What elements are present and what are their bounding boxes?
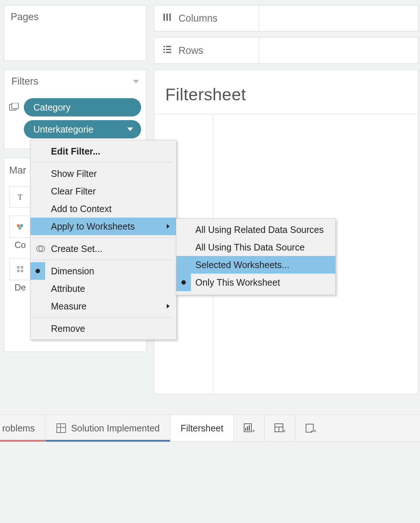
menu-item-label: All Using Related Data Sources — [195, 225, 324, 235]
svg-rect-11 — [166, 14, 168, 21]
menu-separator — [34, 260, 173, 260]
marks-detail-button[interactable]: De — [9, 258, 31, 293]
rows-icon — [162, 45, 172, 57]
menu-item-label: Add to Context — [51, 204, 111, 214]
menu-item-label: Dimension — [51, 266, 94, 277]
filter-pill-label: Unterkategorie — [33, 124, 93, 135]
svg-point-13 — [163, 45, 165, 47]
apply-to-worksheets-submenu: All Using Related Data Sources All Using… — [176, 218, 336, 295]
menu-item-label: Measure — [51, 301, 86, 312]
svg-rect-14 — [166, 46, 171, 47]
filters-card-menu-icon[interactable] — [133, 80, 139, 84]
set-icon — [36, 244, 46, 254]
color-swatch-icon — [9, 216, 31, 238]
filter-pill-category[interactable]: Category — [24, 98, 141, 116]
filters-header: Filters — [9, 76, 141, 87]
pages-card: Pages — [4, 5, 147, 61]
svg-point-7 — [21, 267, 23, 268]
new-dashboard-button[interactable]: + — [265, 415, 295, 441]
menu-item-attribute[interactable]: Attribute — [30, 280, 176, 297]
tab-underline — [45, 440, 170, 442]
datasource-icon — [9, 103, 19, 112]
menu-item-label: Remove — [51, 323, 85, 334]
columns-shelf[interactable]: Columns — [154, 5, 419, 31]
filter-row-unterkategorie: Unterkategorie — [9, 120, 141, 138]
tab-label: Filtersheet — [181, 423, 224, 434]
submenu-item-only-this-worksheet[interactable]: Only This Worksheet — [176, 274, 335, 291]
menu-item-label: Apply to Worksheets — [51, 221, 135, 232]
svg-point-2 — [17, 224, 20, 227]
menu-separator — [34, 317, 173, 318]
tab-label: Solution Implemented — [71, 423, 160, 434]
radio-col — [176, 238, 191, 256]
tab-label: roblems — [2, 423, 35, 434]
tab-underline — [0, 440, 45, 442]
worksheet-title[interactable]: Filtersheet — [165, 85, 407, 104]
menu-separator — [34, 237, 173, 238]
svg-point-4 — [18, 227, 21, 230]
radio-selected-highlight — [176, 274, 191, 291]
tab-solution-implemented[interactable]: Solution Implemented — [45, 415, 170, 441]
pages-label: Pages — [11, 11, 39, 22]
mark-type-selector[interactable]: T — [9, 186, 31, 208]
sheet-tab-bar: roblems Solution Implemented Filtersheet… — [0, 415, 420, 442]
marks-color-button[interactable]: Co — [9, 216, 31, 250]
marks-detail-label: De — [15, 282, 26, 293]
svg-rect-25 — [245, 428, 246, 431]
chevron-down-icon — [127, 127, 133, 131]
menu-item-dimension[interactable]: Dimension — [30, 262, 176, 280]
menu-item-clear-filter[interactable]: Clear Filter — [30, 182, 176, 200]
menu-item-label: Show Filter — [51, 168, 97, 179]
rows-shelf[interactable]: Rows — [154, 37, 419, 64]
menu-item-show-filter[interactable]: Show Filter — [30, 165, 176, 182]
menu-item-edit-filter[interactable]: Edit Filter... — [30, 142, 176, 160]
menu-item-label: Attribute — [51, 283, 85, 294]
menu-item-label: Only This Worksheet — [195, 277, 280, 288]
text-mark-icon: T — [18, 192, 22, 202]
menu-separator — [34, 162, 173, 163]
menu-item-add-to-context[interactable]: Add to Context — [30, 200, 176, 218]
submenu-item-all-related-ds[interactable]: All Using Related Data Sources — [176, 221, 335, 238]
rows-shelf-drop[interactable] — [259, 38, 418, 63]
columns-label: Columns — [178, 13, 218, 24]
submenu-item-all-this-ds[interactable]: All Using This Data Source — [176, 238, 335, 256]
rows-label: Rows — [178, 45, 203, 56]
menu-item-measure[interactable]: Measure — [30, 297, 176, 315]
svg-rect-16 — [166, 49, 171, 50]
svg-rect-26 — [247, 426, 248, 431]
columns-shelf-drop[interactable] — [259, 5, 418, 31]
filters-card: Filters Category Unterkategorie — [4, 70, 147, 149]
menu-item-label: Create Set... — [51, 244, 102, 254]
menu-item-apply-to-worksheets[interactable]: Apply to Worksheets — [30, 218, 176, 235]
filter-pill-unterkategorie[interactable]: Unterkategorie — [24, 120, 141, 138]
radio-col — [176, 221, 191, 238]
svg-text:+: + — [252, 428, 255, 434]
svg-rect-10 — [163, 14, 165, 21]
svg-point-8 — [18, 270, 19, 272]
menu-item-create-set[interactable]: Create Set... — [30, 240, 176, 257]
tab-problems[interactable]: roblems — [0, 415, 45, 441]
menu-item-label: Clear Filter — [51, 186, 96, 197]
svg-point-3 — [20, 224, 23, 227]
columns-icon — [162, 12, 172, 25]
menu-item-remove[interactable]: Remove — [30, 320, 176, 337]
detail-icon — [9, 258, 31, 280]
menu-item-label: All Using This Data Source — [195, 242, 305, 253]
radio-col — [176, 256, 191, 274]
svg-rect-27 — [249, 425, 250, 431]
columns-shelf-header: Columns — [154, 5, 259, 31]
svg-rect-1 — [12, 103, 18, 109]
submenu-item-selected-worksheets[interactable]: Selected Worksheets... — [176, 256, 335, 274]
rows-shelf-header: Rows — [154, 38, 259, 63]
svg-point-15 — [163, 48, 165, 50]
menu-item-label: Edit Filter... — [51, 146, 100, 157]
submenu-arrow-icon — [167, 224, 170, 229]
tab-filtersheet[interactable]: Filtersheet — [170, 415, 234, 441]
submenu-arrow-icon — [167, 304, 170, 308]
svg-rect-12 — [169, 14, 171, 21]
new-worksheet-button[interactable]: + — [234, 415, 265, 441]
svg-rect-21 — [57, 424, 66, 433]
new-story-button[interactable]: + — [295, 415, 326, 441]
spacer-icon — [9, 125, 19, 134]
filter-context-menu: Edit Filter... Show Filter Clear Filter … — [30, 140, 177, 340]
